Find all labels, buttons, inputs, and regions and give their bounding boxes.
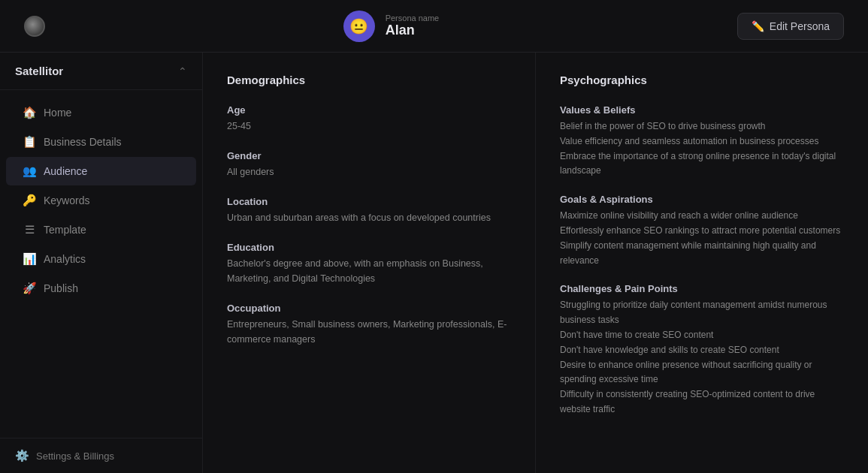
sidebar-brand: Satellitor ⌃ (0, 53, 202, 90)
psycho-block: Goals & Aspirations Maximize online visi… (560, 194, 844, 268)
brand-chevron-icon[interactable]: ⌃ (178, 65, 187, 77)
analytics-label: Analytics (44, 253, 86, 265)
sidebar-item-keywords[interactable]: 🔑 Keywords (6, 186, 196, 215)
settings-label: Settings & Billings (36, 450, 114, 462)
psycho-block-title: Goals & Aspirations (560, 194, 844, 205)
demo-field-label: Location (227, 196, 511, 207)
demo-field-value: Urban and suburban areas with a focus on… (227, 210, 511, 225)
persona-name: Alan (386, 23, 440, 38)
business-details-label: Business Details (44, 136, 122, 148)
home-icon: 🏠 (23, 106, 36, 119)
template-label: Template (44, 224, 86, 236)
psychographics-blocks: Values & Beliefs Belief in the power of … (560, 104, 844, 417)
demographics-fields: Age 25-45 Gender All genders Location Ur… (227, 104, 511, 347)
demo-field-label: Gender (227, 150, 511, 161)
demo-field-label: Age (227, 104, 511, 116)
demo-field-value: 25-45 (227, 119, 511, 134)
sidebar-item-publish[interactable]: 🚀 Publish (6, 274, 196, 303)
content-area: Demographics Age 25-45 Gender All gender… (203, 53, 868, 473)
psycho-block-title: Values & Beliefs (560, 104, 844, 116)
demo-field: Occupation Entrepreneurs, Small business… (227, 303, 511, 347)
template-icon: ☰ (23, 223, 36, 236)
sidebar-item-analytics[interactable]: 📊 Analytics (6, 245, 196, 273)
sidebar-nav: 🏠 Home 📋 Business Details 👥 Audience 🔑 K… (0, 90, 202, 438)
edit-persona-button[interactable]: ✏️ Edit Persona (737, 13, 844, 40)
demo-field: Age 25-45 (227, 104, 511, 134)
main-layout: Satellitor ⌃ 🏠 Home 📋 Business Details 👥… (0, 53, 868, 473)
psycho-block-text: Struggling to prioritize daily content m… (560, 298, 844, 417)
app-logo (24, 16, 45, 37)
sidebar: Satellitor ⌃ 🏠 Home 📋 Business Details 👥… (0, 53, 203, 473)
psycho-block-text: Belief in the power of SEO to drive busi… (560, 119, 844, 179)
demo-field-value: All genders (227, 164, 511, 179)
settings-icon: ⚙️ (15, 449, 29, 462)
keywords-icon: 🔑 (23, 194, 36, 207)
demographics-section: Demographics Age 25-45 Gender All gender… (203, 53, 536, 473)
analytics-icon: 📊 (23, 252, 36, 266)
edit-icon: ✏️ (752, 20, 764, 32)
topbar-left (24, 16, 45, 37)
demo-field: Education Bachelor's degree and above, w… (227, 242, 511, 286)
sidebar-item-audience[interactable]: 👥 Audience (6, 157, 196, 185)
edit-persona-label: Edit Persona (770, 20, 830, 32)
psychographics-section: Psychographics Values & Beliefs Belief i… (536, 53, 868, 473)
demo-field-value: Entrepreneurs, Small business owners, Ma… (227, 317, 511, 347)
demo-field-label: Occupation (227, 303, 511, 314)
demo-field-label: Education (227, 242, 511, 253)
topbar: 😐 Persona name Alan ✏️ Edit Persona (0, 0, 868, 53)
psycho-block-title: Challenges & Pain Points (560, 283, 844, 294)
persona-label: Persona name (386, 14, 440, 23)
psycho-block: Values & Beliefs Belief in the power of … (560, 104, 844, 179)
settings-billings-item[interactable]: ⚙️ Settings & Billings (15, 449, 187, 462)
publish-icon: 🚀 (23, 282, 36, 295)
audience-icon: 👥 (23, 164, 36, 178)
demographics-title: Demographics (227, 74, 511, 86)
psycho-block: Challenges & Pain Points Struggling to p… (560, 283, 844, 417)
audience-label: Audience (44, 165, 87, 177)
business-details-icon: 📋 (23, 135, 36, 149)
keywords-label: Keywords (44, 194, 89, 206)
home-label: Home (44, 107, 71, 119)
sidebar-item-template[interactable]: ☰ Template (6, 215, 196, 244)
psycho-block-text: Maximize online visibility and reach a w… (560, 209, 844, 268)
brand-name: Satellitor (15, 65, 63, 77)
psychographics-title: Psychographics (560, 74, 844, 86)
sidebar-footer: ⚙️ Settings & Billings (0, 438, 202, 473)
publish-label: Publish (44, 282, 78, 294)
persona-header: 😐 Persona name Alan (343, 11, 440, 42)
avatar: 😐 (343, 11, 375, 42)
demo-field: Location Urban and suburban areas with a… (227, 196, 511, 225)
demo-field-value: Bachelor's degree and above, with an emp… (227, 256, 511, 286)
demo-field: Gender All genders (227, 150, 511, 179)
sidebar-item-business-details[interactable]: 📋 Business Details (6, 128, 196, 156)
persona-info: Persona name Alan (386, 14, 440, 38)
sidebar-item-home[interactable]: 🏠 Home (6, 98, 196, 127)
